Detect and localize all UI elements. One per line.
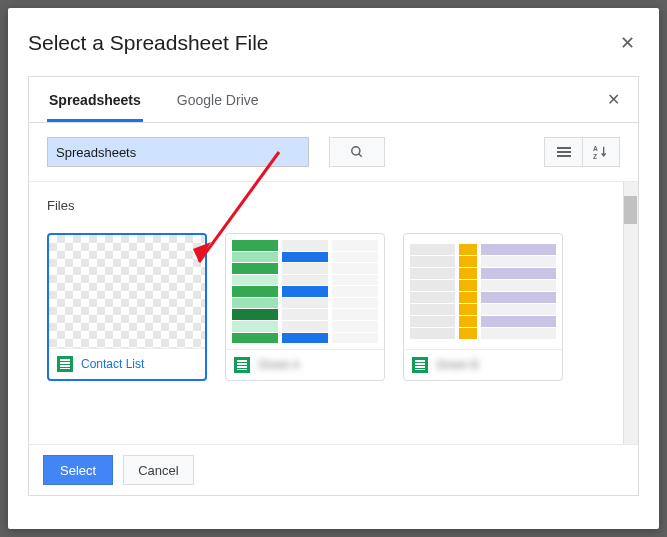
sort-az-icon: A Z	[593, 145, 609, 159]
view-toggle: A Z	[544, 137, 620, 167]
file-name: Sheet A	[258, 358, 300, 372]
svg-line-1	[359, 154, 362, 157]
tab-spreadsheets[interactable]: Spreadsheets	[47, 79, 143, 121]
dialog-header: Select a Spreadsheet File ✕	[28, 28, 639, 58]
tab-close-icon[interactable]: ✕	[607, 90, 620, 109]
file-list-area: Files Contact List	[29, 182, 638, 444]
section-label-files: Files	[47, 198, 605, 213]
file-name: Contact List	[81, 357, 144, 371]
search-input[interactable]	[47, 137, 309, 167]
file-picker-dialog: Select a Spreadsheet File ✕ Spreadsheets…	[8, 8, 659, 529]
sheets-icon	[234, 357, 250, 373]
scrollbar[interactable]	[623, 182, 638, 444]
file-name: Sheet B	[436, 358, 479, 372]
cancel-button[interactable]: Cancel	[123, 455, 193, 485]
dialog-actions: Select Cancel	[29, 444, 638, 495]
picker-panel: Spreadsheets Google Drive ✕ A Z	[28, 76, 639, 496]
file-footer: Sheet B	[404, 350, 562, 380]
svg-text:A: A	[593, 145, 598, 152]
file-thumbnail	[226, 234, 384, 350]
scrollbar-thumb[interactable]	[624, 196, 637, 224]
search-icon	[350, 145, 364, 159]
file-footer: Contact List	[49, 349, 205, 379]
file-card[interactable]: Sheet A	[225, 233, 385, 381]
file-thumbnail	[404, 234, 562, 350]
sheets-icon	[57, 356, 73, 372]
tab-google-drive[interactable]: Google Drive	[175, 79, 261, 121]
tab-bar: Spreadsheets Google Drive ✕	[29, 77, 638, 123]
search-button[interactable]	[329, 137, 385, 167]
file-thumbnail	[49, 235, 205, 349]
file-cards: Contact List	[47, 233, 605, 381]
file-footer: Sheet A	[226, 350, 384, 380]
select-button[interactable]: Select	[43, 455, 113, 485]
list-icon	[557, 147, 571, 157]
close-icon[interactable]: ✕	[616, 28, 639, 58]
list-view-button[interactable]	[544, 137, 582, 167]
search-bar: A Z	[29, 123, 638, 182]
svg-text:Z: Z	[593, 153, 597, 159]
sheets-icon	[412, 357, 428, 373]
file-card[interactable]: Sheet B	[403, 233, 563, 381]
sort-button[interactable]: A Z	[582, 137, 620, 167]
svg-point-0	[352, 147, 360, 155]
dialog-title: Select a Spreadsheet File	[28, 31, 268, 55]
file-card[interactable]: Contact List	[47, 233, 207, 381]
